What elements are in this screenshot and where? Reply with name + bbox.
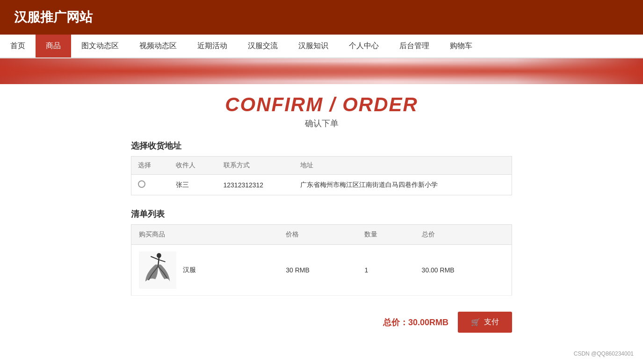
- cart-icon: 🛒: [471, 318, 480, 327]
- main-nav: 首页 商品 图文动态区 视频动态区 近期活动 汉服交流 汉服知识 个人中心 后台…: [0, 35, 643, 58]
- svg-point-0: [157, 253, 161, 258]
- address-section: 选择收货地址 选择 收件人 联系方式 地址 张三 12312312312 广东省…: [131, 140, 512, 195]
- nav-item-activities[interactable]: 近期活动: [187, 35, 238, 57]
- cart-section-title: 清单列表: [131, 208, 512, 220]
- watermark-text: CSDN @QQ860234001: [574, 350, 634, 357]
- page-heading: CONFIRM / ORDER 确认下单: [131, 93, 512, 129]
- col-select: 选择: [131, 157, 170, 175]
- nav-item-cart[interactable]: 购物车: [440, 35, 483, 57]
- cart-product-cell: 汉服: [131, 245, 279, 296]
- radio-button[interactable]: [138, 180, 145, 188]
- product-name: 汉服: [183, 266, 196, 274]
- col-recipient: 收件人: [169, 157, 217, 175]
- product-thumbnail: [139, 251, 176, 289]
- col-product: 购买商品: [131, 225, 279, 245]
- nav-item-products[interactable]: 商品: [36, 35, 71, 57]
- cart-table: 购买商品 价格 数量 总价: [131, 224, 512, 296]
- order-footer: 总价：30.00RMB 🛒 支付: [131, 307, 512, 337]
- banner-decoration: [0, 58, 643, 84]
- nav-item-knowledge[interactable]: 汉服知识: [288, 35, 339, 57]
- address-table: 选择 收件人 联系方式 地址 张三 12312312312 广东省梅州市梅江区江…: [131, 156, 512, 195]
- pay-button[interactable]: 🛒 支付: [458, 312, 512, 333]
- page-title-en: CONFIRM / ORDER: [131, 93, 512, 116]
- main-content: CONFIRM / ORDER 确认下单 选择收货地址 选择 收件人 联系方式 …: [0, 84, 643, 347]
- watermark: CSDN @QQ860234001: [0, 347, 643, 361]
- pay-button-label: 支付: [484, 317, 499, 327]
- address-name-cell: 张三: [169, 175, 217, 195]
- dancer-silhouette: [141, 252, 174, 288]
- cart-section: 清单列表 购买商品 价格 数量 总价: [131, 208, 512, 296]
- product-cell: 汉服: [139, 251, 271, 289]
- nav-item-admin[interactable]: 后台管理: [389, 35, 440, 57]
- nav-item-videos[interactable]: 视频动态区: [129, 35, 187, 57]
- col-price: 价格: [278, 225, 357, 245]
- nav-item-home[interactable]: 首页: [0, 35, 36, 57]
- page-title-zh: 确认下单: [131, 118, 512, 129]
- col-address: 地址: [294, 157, 512, 175]
- svg-line-3: [159, 260, 166, 262]
- nav-item-profile[interactable]: 个人中心: [339, 35, 389, 57]
- site-header: 汉服推广网站: [0, 0, 643, 35]
- col-contact: 联系方式: [217, 157, 294, 175]
- address-section-title: 选择收货地址: [131, 140, 512, 151]
- address-select-cell[interactable]: [131, 175, 170, 195]
- cart-quantity-cell: 1: [357, 245, 414, 296]
- address-row: 张三 12312312312 广东省梅州市梅江区江南街道白马四巷作新小学: [131, 175, 512, 195]
- cart-total-cell: 30.00 RMB: [414, 245, 512, 296]
- total-price-label: 总价：30.00RMB: [383, 317, 448, 328]
- address-detail-cell: 广东省梅州市梅江区江南街道白马四巷作新小学: [294, 175, 512, 195]
- address-phone-cell: 12312312312: [217, 175, 294, 195]
- nav-item-exchange[interactable]: 汉服交流: [238, 35, 288, 57]
- site-title: 汉服推广网站: [14, 10, 93, 24]
- cart-row: 汉服 30 RMB 1 30.00 RMB: [131, 245, 512, 296]
- col-quantity: 数量: [357, 225, 414, 245]
- col-total: 总价: [414, 225, 512, 245]
- nav-item-articles[interactable]: 图文动态区: [71, 35, 129, 57]
- cart-price-cell: 30 RMB: [278, 245, 357, 296]
- banner: [0, 58, 643, 84]
